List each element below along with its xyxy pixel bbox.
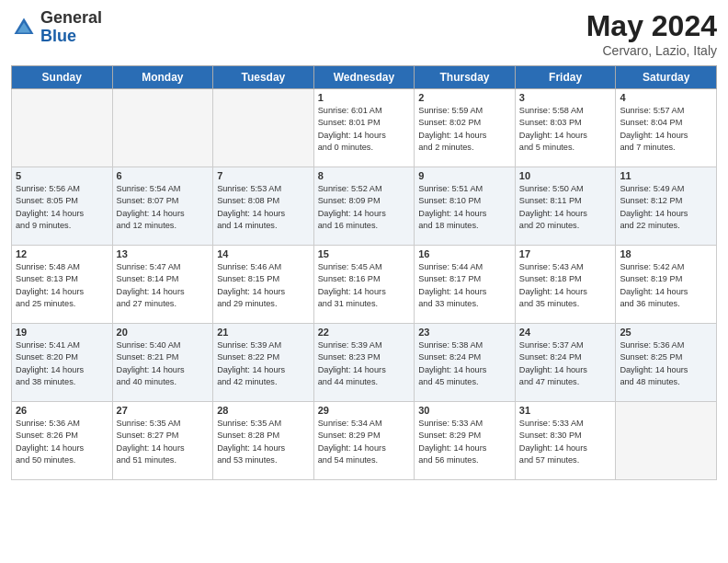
calendar-cell: 30Sunrise: 5:33 AM Sunset: 8:29 PM Dayli…: [415, 402, 516, 480]
calendar-cell: 28Sunrise: 5:35 AM Sunset: 8:28 PM Dayli…: [213, 402, 314, 480]
day-info: Sunrise: 5:40 AM Sunset: 8:21 PM Dayligh…: [117, 339, 210, 388]
day-info: Sunrise: 5:35 AM Sunset: 8:28 PM Dayligh…: [217, 418, 310, 466]
day-info: Sunrise: 5:48 AM Sunset: 8:13 PM Dayligh…: [16, 261, 108, 310]
calendar-cell: 4Sunrise: 5:57 AM Sunset: 8:04 PM Daylig…: [616, 89, 717, 167]
week-row-1: 5Sunrise: 5:56 AM Sunset: 8:05 PM Daylig…: [12, 167, 717, 246]
logo: General Blue: [11, 9, 102, 46]
calendar: SundayMondayTuesdayWednesdayThursdayFrid…: [11, 65, 717, 480]
day-number: 24: [519, 327, 612, 338]
page: General Blue May 2024 Cervaro, Lazio, It…: [0, 0, 728, 563]
day-number: 20: [117, 327, 210, 338]
day-info: Sunrise: 5:42 AM Sunset: 8:19 PM Dayligh…: [620, 261, 712, 310]
day-number: 2: [418, 92, 511, 103]
day-header-wednesday: Wednesday: [313, 66, 415, 89]
week-row-0: 1Sunrise: 6:01 AM Sunset: 8:01 PM Daylig…: [12, 89, 717, 167]
month-title: May 2024: [586, 9, 717, 43]
day-number: 15: [318, 248, 411, 259]
day-number: 22: [318, 327, 411, 338]
calendar-cell: 29Sunrise: 5:34 AM Sunset: 8:29 PM Dayli…: [313, 402, 415, 480]
calendar-cell: 2Sunrise: 5:59 AM Sunset: 8:02 PM Daylig…: [415, 89, 516, 167]
day-info: Sunrise: 5:33 AM Sunset: 8:30 PM Dayligh…: [519, 418, 612, 466]
calendar-cell: 25Sunrise: 5:36 AM Sunset: 8:25 PM Dayli…: [616, 324, 717, 402]
day-number: 12: [16, 248, 108, 259]
calendar-cell: 7Sunrise: 5:53 AM Sunset: 8:08 PM Daylig…: [213, 167, 314, 246]
day-number: 7: [217, 170, 310, 181]
day-info: Sunrise: 5:57 AM Sunset: 8:04 PM Dayligh…: [620, 105, 712, 154]
calendar-cell: 26Sunrise: 5:36 AM Sunset: 8:26 PM Dayli…: [12, 402, 113, 480]
day-info: Sunrise: 5:58 AM Sunset: 8:03 PM Dayligh…: [519, 105, 612, 154]
header: General Blue May 2024 Cervaro, Lazio, It…: [11, 9, 717, 58]
day-info: Sunrise: 5:49 AM Sunset: 8:12 PM Dayligh…: [620, 183, 712, 232]
day-number: 30: [418, 405, 511, 416]
calendar-cell: 20Sunrise: 5:40 AM Sunset: 8:21 PM Dayli…: [112, 324, 213, 402]
day-info: Sunrise: 5:38 AM Sunset: 8:24 PM Dayligh…: [418, 339, 511, 388]
day-header-thursday: Thursday: [415, 66, 516, 89]
calendar-cell: 11Sunrise: 5:49 AM Sunset: 8:12 PM Dayli…: [616, 167, 717, 246]
day-number: 14: [217, 248, 310, 259]
day-info: Sunrise: 5:39 AM Sunset: 8:23 PM Dayligh…: [318, 339, 411, 388]
day-number: 16: [418, 248, 511, 259]
calendar-cell: 8Sunrise: 5:52 AM Sunset: 8:09 PM Daylig…: [313, 167, 415, 246]
day-info: Sunrise: 5:44 AM Sunset: 8:17 PM Dayligh…: [418, 261, 511, 310]
day-number: 4: [620, 92, 712, 103]
calendar-cell: 22Sunrise: 5:39 AM Sunset: 8:23 PM Dayli…: [313, 324, 415, 402]
day-header-monday: Monday: [112, 66, 213, 89]
day-number: 6: [117, 170, 210, 181]
day-number: 13: [117, 248, 210, 259]
calendar-cell: 14Sunrise: 5:46 AM Sunset: 8:15 PM Dayli…: [213, 246, 314, 324]
day-info: Sunrise: 5:59 AM Sunset: 8:02 PM Dayligh…: [418, 105, 511, 154]
day-info: Sunrise: 5:53 AM Sunset: 8:08 PM Dayligh…: [217, 183, 310, 232]
day-info: Sunrise: 6:01 AM Sunset: 8:01 PM Dayligh…: [318, 105, 411, 154]
day-number: 31: [519, 405, 612, 416]
day-header-tuesday: Tuesday: [213, 66, 314, 89]
week-row-3: 19Sunrise: 5:41 AM Sunset: 8:20 PM Dayli…: [12, 324, 717, 402]
day-number: 11: [620, 170, 712, 181]
day-info: Sunrise: 5:39 AM Sunset: 8:22 PM Dayligh…: [217, 339, 310, 388]
calendar-cell: 15Sunrise: 5:45 AM Sunset: 8:16 PM Dayli…: [313, 246, 415, 324]
day-info: Sunrise: 5:45 AM Sunset: 8:16 PM Dayligh…: [318, 261, 411, 310]
day-info: Sunrise: 5:52 AM Sunset: 8:09 PM Dayligh…: [318, 183, 411, 232]
logo-text: General Blue: [40, 9, 102, 46]
day-info: Sunrise: 5:51 AM Sunset: 8:10 PM Dayligh…: [418, 183, 511, 232]
calendar-cell: 21Sunrise: 5:39 AM Sunset: 8:22 PM Dayli…: [213, 324, 314, 402]
day-info: Sunrise: 5:41 AM Sunset: 8:20 PM Dayligh…: [16, 339, 108, 388]
calendar-cell: 10Sunrise: 5:50 AM Sunset: 8:11 PM Dayli…: [515, 167, 616, 246]
calendar-cell: [616, 402, 717, 480]
day-header-sunday: Sunday: [12, 66, 113, 89]
calendar-cell: 18Sunrise: 5:42 AM Sunset: 8:19 PM Dayli…: [616, 246, 717, 324]
calendar-cell: 9Sunrise: 5:51 AM Sunset: 8:10 PM Daylig…: [415, 167, 516, 246]
calendar-body: 1Sunrise: 6:01 AM Sunset: 8:01 PM Daylig…: [12, 89, 717, 480]
day-info: Sunrise: 5:54 AM Sunset: 8:07 PM Dayligh…: [117, 183, 210, 232]
day-of-week-row: SundayMondayTuesdayWednesdayThursdayFrid…: [12, 66, 717, 89]
day-number: 29: [318, 405, 411, 416]
day-header-friday: Friday: [515, 66, 616, 89]
day-header-saturday: Saturday: [616, 66, 717, 89]
calendar-cell: 17Sunrise: 5:43 AM Sunset: 8:18 PM Dayli…: [515, 246, 616, 324]
day-number: 25: [620, 327, 712, 338]
week-row-4: 26Sunrise: 5:36 AM Sunset: 8:26 PM Dayli…: [12, 402, 717, 480]
day-info: Sunrise: 5:36 AM Sunset: 8:26 PM Dayligh…: [16, 418, 108, 466]
day-info: Sunrise: 5:37 AM Sunset: 8:24 PM Dayligh…: [519, 339, 612, 388]
day-number: 18: [620, 248, 712, 259]
day-number: 17: [519, 248, 612, 259]
day-number: 5: [16, 170, 108, 181]
day-number: 21: [217, 327, 310, 338]
day-info: Sunrise: 5:56 AM Sunset: 8:05 PM Dayligh…: [16, 183, 108, 232]
calendar-cell: [112, 89, 213, 167]
logo-blue: Blue: [40, 27, 76, 45]
day-info: Sunrise: 5:46 AM Sunset: 8:15 PM Dayligh…: [217, 261, 310, 310]
calendar-cell: 6Sunrise: 5:54 AM Sunset: 8:07 PM Daylig…: [112, 167, 213, 246]
calendar-cell: 27Sunrise: 5:35 AM Sunset: 8:27 PM Dayli…: [112, 402, 213, 480]
day-number: 23: [418, 327, 511, 338]
day-info: Sunrise: 5:36 AM Sunset: 8:25 PM Dayligh…: [620, 339, 712, 388]
calendar-cell: 23Sunrise: 5:38 AM Sunset: 8:24 PM Dayli…: [415, 324, 516, 402]
day-number: 27: [117, 405, 210, 416]
day-number: 1: [318, 92, 411, 103]
logo-general: General: [40, 8, 102, 27]
calendar-cell: 1Sunrise: 6:01 AM Sunset: 8:01 PM Daylig…: [313, 89, 415, 167]
day-info: Sunrise: 5:43 AM Sunset: 8:18 PM Dayligh…: [519, 261, 612, 310]
day-info: Sunrise: 5:34 AM Sunset: 8:29 PM Dayligh…: [318, 418, 411, 466]
day-number: 9: [418, 170, 511, 181]
day-number: 28: [217, 405, 310, 416]
calendar-cell: 16Sunrise: 5:44 AM Sunset: 8:17 PM Dayli…: [415, 246, 516, 324]
